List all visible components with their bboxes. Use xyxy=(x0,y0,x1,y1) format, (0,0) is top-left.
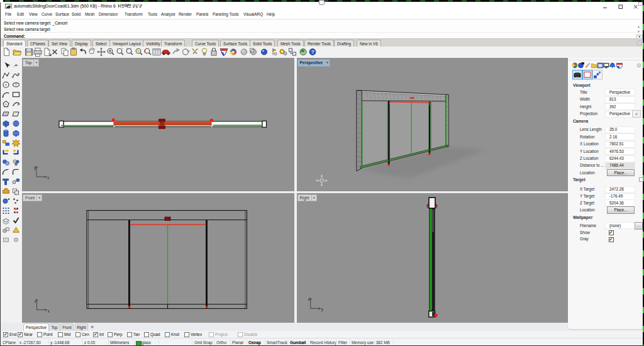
svg-text:y: y xyxy=(321,307,323,312)
svg-text:z: z xyxy=(308,297,309,301)
svg-text:x: x xyxy=(47,176,50,180)
svg-text:?: ? xyxy=(311,49,314,55)
svg-text:z: z xyxy=(35,298,36,303)
svg-text:x: x xyxy=(48,308,50,313)
